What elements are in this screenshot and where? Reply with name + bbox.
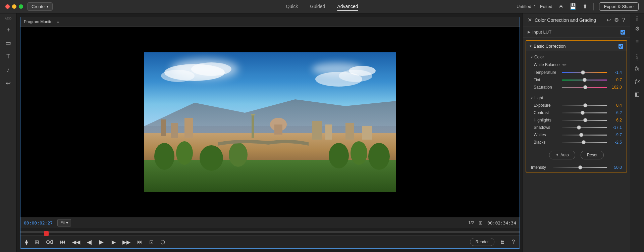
saturation-slider[interactable] [562, 87, 607, 88]
bc-enabled-checkbox[interactable] [619, 44, 623, 49]
whites-row: Whites -9.7 [526, 131, 627, 139]
sun-icon-button[interactable]: ☀ [558, 2, 564, 11]
cc-settings-button[interactable]: ⚙ [614, 17, 619, 23]
undo-icon-button[interactable]: ↩ [2, 77, 14, 89]
fit-dropdown[interactable]: Fit ▾ [57, 219, 71, 226]
saturation-thumb[interactable] [583, 85, 587, 89]
separator [593, 3, 594, 10]
intensity-slider[interactable] [553, 167, 607, 168]
step-back-button[interactable]: ◀◀ [71, 238, 82, 246]
exposure-thumb[interactable] [583, 103, 587, 107]
temperature-thumb[interactable] [581, 70, 585, 74]
music-icon-button[interactable]: ♪ [2, 64, 14, 76]
add-button[interactable]: ＋ [2, 23, 14, 36]
shadows-slider[interactable] [562, 127, 607, 128]
delete-button[interactable]: ⌫ [44, 238, 55, 246]
svg-point-23 [176, 141, 193, 165]
shadows-thumb[interactable] [577, 125, 581, 130]
export-share-button[interactable]: Export & Share [599, 2, 639, 11]
bc-header[interactable]: ▾ Basic Correction [526, 41, 627, 51]
rewind-to-start-button[interactable]: ⏮ [59, 238, 67, 246]
color-section-icon: ▾ [531, 55, 533, 59]
frame-back-button[interactable]: ◀| [86, 238, 94, 246]
close-window-button[interactable] [5, 4, 10, 9]
cc-help-button[interactable]: ? [622, 17, 625, 23]
forward-to-end-button[interactable]: ⏭ [136, 238, 144, 246]
svg-point-2 [191, 62, 231, 76]
traffic-lights [5, 4, 23, 9]
render-button[interactable]: Render [470, 238, 494, 246]
input-lut-checkbox[interactable] [621, 30, 625, 35]
clip-button[interactable]: ⬡ [159, 238, 166, 246]
fit-label: Fit [60, 220, 65, 225]
tint-value: 0.7 [609, 78, 622, 82]
current-timecode: 00:00:02:27 [24, 220, 54, 225]
maximize-window-button[interactable] [19, 4, 23, 9]
save-icon-button[interactable]: 💾 [569, 2, 577, 11]
frame-forward-button[interactable]: |▶ [109, 238, 117, 246]
saturation-label: Saturation [534, 85, 560, 90]
monitor-settings-icon[interactable]: ⊞ [477, 219, 484, 226]
contrast-thumb[interactable] [581, 111, 585, 115]
end-timecode: 00:02:34:34 [487, 220, 516, 225]
cc-close-button[interactable]: ✕ [528, 17, 532, 23]
temperature-slider[interactable] [562, 72, 607, 73]
bc-title: Basic Correction [534, 44, 619, 49]
input-lut-row[interactable]: ▶ Input LUT [523, 27, 630, 38]
exposure-slider[interactable] [562, 105, 607, 106]
separator-h [633, 50, 642, 50]
cc-undo-button[interactable]: ↩ [606, 17, 611, 23]
help-icon-button[interactable]: ? [511, 238, 516, 246]
auto-button[interactable]: ✦ Auto [549, 151, 575, 159]
contrast-value: -6.2 [609, 110, 622, 115]
light-section-icon: ▾ [531, 96, 533, 100]
blacks-thumb[interactable] [582, 140, 586, 144]
tint-label: Tint [534, 78, 560, 82]
white-balance-row: White Balance ✏ [526, 61, 627, 69]
reset-label: Reset [587, 153, 597, 157]
fx-icon-button[interactable]: fx [632, 63, 643, 74]
add-label: ADD [5, 17, 12, 20]
nav-quick[interactable]: Quick [286, 2, 298, 11]
svg-rect-20 [362, 126, 372, 140]
blacks-slider[interactable] [562, 142, 607, 143]
intensity-thumb[interactable] [578, 165, 582, 169]
nav-guided[interactable]: Guided [310, 2, 325, 11]
adjustments-icon-button[interactable]: ⚙ [632, 23, 643, 34]
nav-advanced[interactable]: Advanced [337, 2, 358, 11]
light-section-header[interactable]: ▾ Light [526, 94, 627, 102]
top-icons: ☀ 💾 ⬆ [558, 2, 588, 11]
reset-button[interactable]: Reset [581, 151, 604, 159]
left-sidebar: ADD ＋ ▭ T ♪ ↩ [0, 13, 17, 252]
media-icon-button[interactable]: ▭ [2, 37, 14, 49]
tint-thumb[interactable] [583, 78, 587, 82]
play-button[interactable]: ▶ [98, 238, 105, 246]
whites-slider[interactable] [562, 135, 607, 136]
tint-slider[interactable] [562, 80, 607, 81]
timeline-area[interactable] [20, 228, 520, 235]
highlights-slider[interactable] [562, 120, 607, 121]
timeline-track[interactable] [20, 231, 520, 233]
text-icon-button[interactable]: T [2, 50, 14, 62]
storyboard-button[interactable]: ⊞ [33, 238, 40, 246]
contrast-slider[interactable] [562, 112, 607, 113]
monitor-display-button[interactable]: 🖥 [498, 238, 506, 246]
monitor-menu-icon[interactable]: ≡ [56, 19, 59, 24]
step-forward-button[interactable]: ▶▶ [121, 238, 132, 246]
timeline-playhead[interactable] [44, 231, 49, 236]
mark-in-button[interactable]: ⧫ [24, 238, 29, 246]
create-button[interactable]: Create ▾ [27, 2, 53, 11]
svg-point-3 [161, 70, 195, 82]
sliders-icon-button[interactable]: ≡ [632, 36, 643, 47]
highlights-thumb[interactable] [583, 118, 587, 122]
whites-thumb[interactable] [579, 133, 583, 137]
color-edit-icon-button[interactable]: ◧ [632, 89, 643, 100]
eyedropper-button[interactable]: ✏ [562, 62, 567, 67]
contrast-row: Contrast -6.2 [526, 109, 627, 116]
loop-button[interactable]: ⊡ [148, 238, 155, 246]
share-icon-button[interactable]: ⬆ [582, 2, 588, 11]
minimize-window-button[interactable] [12, 4, 16, 9]
color-correction-panel: ✕ Color Correction and Grading ↩ ⚙ ? ▶ I… [523, 13, 630, 252]
fx2-icon-button[interactable]: ƒx [632, 76, 643, 87]
color-section-header[interactable]: ▾ Color [526, 53, 627, 61]
